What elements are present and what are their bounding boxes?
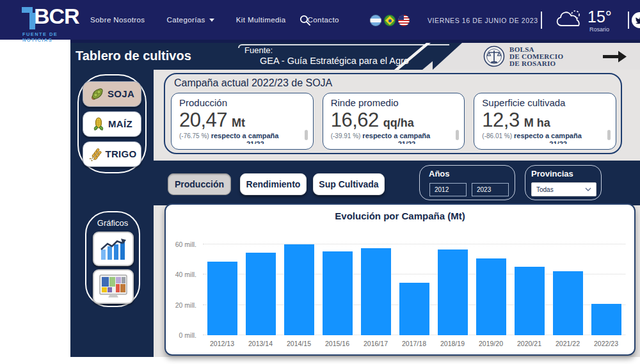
graficos-group: Gráficos — [85, 211, 140, 307]
kpi-delta: (-76.75 %) — [179, 132, 209, 139]
soja-icon — [90, 86, 105, 102]
bar-slot — [433, 237, 472, 335]
crop-button-trigo[interactable]: TRIGO — [83, 141, 141, 167]
kpi-card-produccion: Producción 20,47 Mt (-76.75 %)respecto a… — [171, 93, 314, 150]
tab-produccion[interactable]: Producción — [168, 173, 231, 195]
years-label: Años — [429, 169, 450, 178]
bar-2014/15[interactable] — [284, 244, 314, 335]
nav-item-contacto[interactable]: Contacto — [308, 16, 339, 24]
org-name-line2: DE COMERCIO — [509, 53, 563, 60]
bar-slot — [510, 237, 548, 335]
x-tick-label: 2020/21 — [510, 340, 548, 347]
bar-2019/20[interactable] — [476, 258, 506, 335]
dashboard-header: Tablero de cultivos Fuente: GEA - Guía E… — [70, 43, 640, 70]
crop-button-soja[interactable]: SOJA — [83, 81, 141, 107]
bar-slot — [395, 237, 433, 335]
card-scrollbar[interactable] — [305, 130, 308, 140]
kpi-subtext: (-86.01 %)respecto a campaña 21/22 — [482, 132, 608, 144]
bar-slot — [472, 237, 510, 335]
argentina-flag[interactable] — [370, 15, 381, 26]
chevron-down-icon — [209, 19, 214, 22]
kpi-label: Superficie cultivada — [482, 97, 608, 108]
twitter-icon[interactable] — [632, 12, 640, 28]
x-tick-label: 2017/18 — [395, 340, 433, 347]
nav-item-sobre-nosotros[interactable]: Sobre Nosotros — [90, 16, 145, 24]
nav-item-label: Kit Multimedia — [236, 16, 286, 24]
kpi-note-line2: 21/22 — [549, 140, 608, 144]
kpi-value: 12,3 — [482, 109, 519, 132]
dashboard-sidebar: SOJA MAÍZ — [70, 70, 154, 357]
bcr-logo[interactable]: BCR FUENTE DE NOTICIAS — [6, 3, 77, 38]
bars — [203, 237, 625, 335]
weather-city: Rosario — [589, 26, 609, 33]
years-filter-group: Años — [419, 165, 515, 200]
dropdown-chevron-icon — [585, 187, 591, 191]
search-icon[interactable] — [300, 15, 310, 26]
bar-2013/14[interactable] — [246, 253, 276, 335]
provinces-selected-value: Todas — [536, 186, 554, 193]
bar-chart-icon — [99, 237, 127, 261]
bar-2017/18[interactable] — [399, 283, 429, 335]
brand-text: BCR — [34, 4, 79, 29]
x-tick-label: 2021/22 — [548, 340, 587, 347]
card-scrollbar[interactable] — [607, 130, 611, 140]
bar-2015/16[interactable] — [323, 251, 353, 335]
nav-item-categorias[interactable]: Categorías — [167, 16, 214, 24]
kpi-note: respecto a campaña — [211, 132, 279, 139]
crop-button-maiz[interactable]: MAÍZ — [83, 111, 141, 137]
treemap-view-button[interactable] — [93, 269, 134, 304]
dashboard-main: Campaña actual 2022/23 de SOJA Producció… — [154, 70, 640, 357]
brazil-flag[interactable] — [384, 15, 396, 26]
bolsa-comercio-logo[interactable]: BOLSA DE COMERCIO DE ROSARIO — [483, 45, 563, 67]
bar-chart-view-button[interactable] — [93, 232, 134, 266]
kpi-label: Rinde promedio — [331, 97, 457, 108]
x-tick-label: 2019/20 — [472, 340, 510, 347]
treemap-icon — [99, 274, 128, 299]
logo-accent-bar — [22, 7, 33, 13]
bar-2020/21[interactable] — [515, 267, 545, 335]
y-tick-label: 60 mill. — [164, 241, 196, 248]
nav-item-kit-multimedia[interactable]: Kit Multimedia — [236, 16, 286, 24]
bar-slot — [318, 237, 356, 335]
year-to-input[interactable] — [472, 183, 509, 196]
card-scrollbar[interactable] — [456, 130, 459, 140]
tab-label: Rendimiento — [246, 179, 301, 189]
x-tick-label: 2015/16 — [318, 340, 356, 347]
bar-2021/22[interactable] — [553, 271, 583, 335]
kpi-delta: (-39.91 %) — [331, 132, 361, 139]
navbar: BCR FUENTE DE NOTICIAS Sobre Nosotros Ca… — [0, 0, 640, 40]
kpi-unit: Mt — [232, 116, 245, 130]
kpi-note: respecto a campaña — [362, 132, 430, 139]
bar-2012/13[interactable] — [207, 262, 237, 335]
x-tick-label: 2016/17 — [356, 340, 395, 347]
bar-slot — [280, 237, 318, 335]
bar-2018/19[interactable] — [438, 249, 468, 335]
kpi-note-line2: 21/22 — [246, 140, 305, 144]
kpi-value: 16,62 — [331, 109, 379, 132]
usa-flag[interactable] — [398, 15, 410, 26]
source-value: GEA - Guía Estratégica para el Agro — [260, 56, 409, 66]
kpi-delta: (-86.01 %) — [482, 132, 512, 139]
bar-2022/23[interactable] — [591, 304, 621, 335]
kpi-card-rinde: Rinde promedio 16,62 qq/ha (-39.91 %)res… — [323, 93, 465, 150]
tab-sup-cultivada[interactable]: Sup Cultivada — [313, 173, 385, 195]
y-tick-label: 40 mill. — [164, 271, 196, 278]
kpi-row: Producción 20,47 Mt (-76.75 %)respecto a… — [171, 93, 616, 150]
kpi-value: 20,47 — [179, 109, 227, 132]
nav-divider — [541, 12, 542, 29]
kpi-label: Producción — [179, 97, 305, 108]
source-label: Fuente: — [244, 45, 273, 55]
kpi-subtext: (-76.75 %)respecto a campaña 21/22 — [179, 132, 305, 144]
provinces-dropdown[interactable]: Todas — [531, 182, 596, 196]
provinces-label: Provincias — [531, 169, 573, 178]
flag-globe — [388, 19, 392, 22]
next-arrow-icon[interactable] — [603, 51, 627, 63]
year-from-input[interactable] — [429, 183, 467, 196]
bar-2016/17[interactable] — [361, 248, 391, 335]
kpi-panel: Campaña actual 2022/23 de SOJA Producció… — [164, 73, 622, 154]
x-labels: 2012/132013/142014/152015/162016/172017/… — [203, 335, 625, 347]
chart-title: Evolución por Campaña (Mt) — [166, 210, 634, 221]
tab-label: Sup Cultivada — [319, 179, 378, 189]
bar-slot — [587, 237, 625, 335]
tab-rendimiento[interactable]: Rendimiento — [240, 173, 307, 195]
